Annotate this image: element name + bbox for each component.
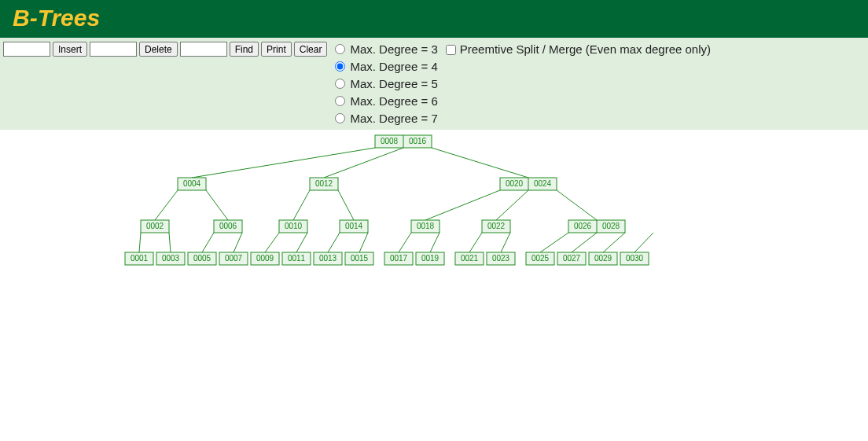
tree-node: 0013 [314, 252, 342, 265]
tree-edge [293, 190, 310, 220]
controls-bar: Insert Delete Find Print Clear Max. Degr… [0, 38, 868, 130]
tree-node: 00200024 [500, 178, 557, 190]
insert-button[interactable]: Insert [53, 42, 87, 57]
find-input[interactable] [180, 42, 227, 57]
tree-edge [496, 190, 528, 220]
node-key: 0030 [626, 254, 644, 263]
tree-edge [557, 190, 597, 220]
degree-label: Max. Degree = 7 [350, 110, 437, 127]
tree-edge [338, 190, 354, 220]
node-key: 0019 [421, 254, 440, 263]
node-key: 0001 [131, 254, 149, 263]
tree-edge [206, 190, 228, 220]
tree-node: 0017 [384, 252, 413, 265]
preemptive-checkbox-label[interactable]: Preemtive Split / Merge (Even max degree… [443, 41, 711, 57]
node-key: 0024 [534, 179, 552, 188]
tree-node: 0004 [178, 178, 206, 190]
node-key: 0012 [315, 179, 333, 188]
node-key: 0011 [288, 254, 306, 263]
find-button[interactable]: Find [230, 42, 259, 57]
degree-radio-group: Max. Degree = 3Max. Degree = 4Max. Degre… [333, 41, 437, 127]
tree-edge [155, 190, 178, 220]
tree-edge [328, 233, 340, 252]
node-key: 0020 [506, 179, 524, 188]
print-button[interactable]: Print [261, 42, 292, 57]
tree-node: 0021 [455, 252, 484, 265]
tree-edge [169, 233, 171, 252]
degree-radio-7[interactable] [335, 113, 345, 123]
node-key: 0014 [345, 222, 363, 230]
tree-node: 0029 [589, 252, 617, 265]
degree-option-7[interactable]: Max. Degree = 7 [333, 110, 437, 127]
delete-button[interactable]: Delete [139, 42, 178, 57]
node-key: 0003 [162, 254, 180, 263]
degree-radio-4[interactable] [335, 61, 345, 72]
node-key: 0021 [461, 254, 479, 263]
node-key: 0007 [225, 254, 243, 263]
tree-node: 0003 [156, 252, 185, 265]
degree-option-3[interactable]: Max. Degree = 3 [333, 41, 437, 57]
tree-edge [359, 233, 368, 252]
tree-node: 0005 [188, 252, 216, 265]
degree-radio-6[interactable] [335, 96, 345, 106]
node-key: 0004 [183, 179, 201, 188]
tree-node: 0022 [482, 220, 510, 233]
tree-edge [432, 148, 528, 178]
node-key: 0008 [381, 137, 399, 145]
tree-node: 0025 [526, 252, 554, 265]
action-controls: Insert Delete Find Print Clear [3, 41, 327, 57]
tree-node: 0027 [557, 252, 586, 265]
preemptive-checkbox[interactable] [446, 45, 456, 55]
node-key: 0027 [563, 254, 581, 263]
degree-label: Max. Degree = 5 [350, 75, 437, 92]
degree-option-4[interactable]: Max. Degree = 4 [333, 58, 437, 75]
insert-input[interactable] [3, 42, 50, 57]
node-key: 0022 [487, 222, 506, 230]
tree-node: 0018 [411, 220, 440, 233]
degree-option-5[interactable]: Max. Degree = 5 [333, 75, 437, 92]
tree-node: 0011 [282, 252, 311, 265]
tree-node: 0014 [340, 220, 368, 233]
clear-button[interactable]: Clear [294, 42, 328, 57]
tree-edge [192, 148, 375, 178]
tree-edge [430, 233, 440, 252]
tree-node: 0019 [416, 252, 444, 265]
node-key: 0015 [351, 254, 369, 263]
node-key: 0029 [594, 254, 612, 263]
tree-node: 0001 [125, 252, 153, 265]
degree-label: Max. Degree = 3 [350, 41, 437, 57]
tree-edge [425, 190, 500, 220]
node-key: 0009 [256, 254, 274, 263]
tree-node: 0023 [487, 252, 515, 265]
page-title: B-Trees [13, 5, 855, 31]
tree-node: 00080016 [375, 135, 432, 148]
tree-edge [265, 233, 279, 252]
node-key: 0010 [285, 222, 303, 230]
node-key: 0013 [319, 254, 337, 263]
node-key: 0026 [574, 222, 592, 230]
app-header: B-Trees [0, 0, 868, 38]
degree-label: Max. Degree = 4 [350, 58, 437, 75]
delete-input[interactable] [90, 42, 137, 57]
tree-node: 0010 [279, 220, 307, 233]
tree-edge [603, 233, 625, 252]
tree-edge [296, 233, 307, 252]
tree-node: 0012 [310, 178, 338, 190]
node-key: 0016 [409, 137, 427, 145]
tree-edge [501, 233, 510, 252]
node-key: 0023 [492, 254, 510, 263]
node-key: 0002 [146, 222, 164, 230]
tree-node: 0006 [214, 220, 242, 233]
node-key: 0005 [193, 254, 211, 263]
node-key: 0017 [390, 254, 408, 263]
degree-radio-3[interactable] [335, 44, 345, 54]
tree-node: 0007 [219, 252, 248, 265]
preemptive-label-text: Preemtive Split / Merge (Even max degree… [460, 42, 711, 56]
degree-radio-5[interactable] [335, 79, 345, 89]
tree-edge [202, 233, 214, 252]
tree-edge [139, 233, 141, 252]
tree-node: 00260028 [568, 220, 625, 233]
node-key: 0006 [219, 222, 237, 230]
tree-edge [324, 148, 403, 178]
degree-option-6[interactable]: Max. Degree = 6 [333, 93, 437, 109]
